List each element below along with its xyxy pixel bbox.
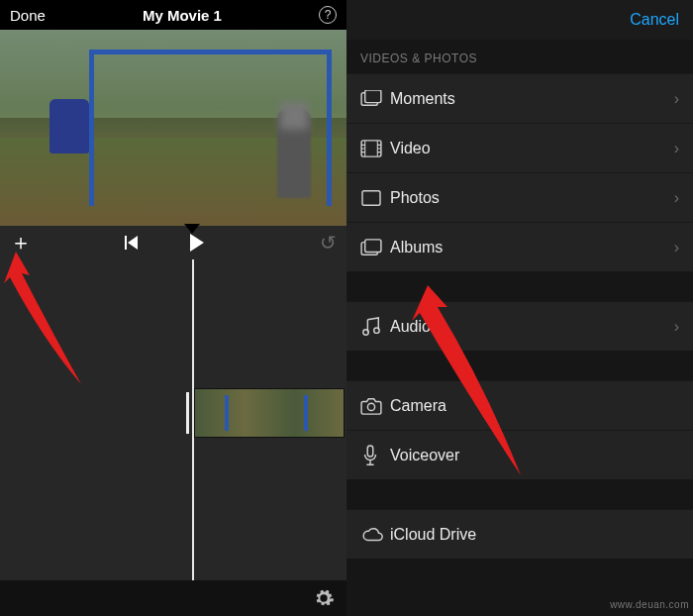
albums-icon — [360, 239, 390, 257]
picker-header: Cancel — [346, 0, 693, 40]
row-voiceover[interactable]: Voiceover — [346, 430, 693, 479]
play-button[interactable] — [188, 234, 204, 252]
gear-icon[interactable] — [313, 587, 335, 609]
svg-point-7 — [374, 327, 379, 332]
editor-footer — [0, 580, 346, 616]
audio-icon — [360, 317, 390, 337]
project-title: My Movie 1 — [143, 7, 222, 24]
chevron-right-icon: › — [674, 90, 679, 108]
media-picker-panel: Cancel VIDEOS & PHOTOS Moments › Video ›… — [346, 0, 693, 616]
chevron-right-icon: › — [674, 140, 679, 157]
done-button[interactable]: Done — [10, 7, 46, 24]
add-media-button[interactable]: ＋ — [10, 228, 34, 257]
editor-header: Done My Movie 1 ? — [0, 0, 346, 30]
row-camera[interactable]: Camera — [346, 380, 693, 430]
chevron-right-icon: › — [674, 318, 679, 336]
svg-rect-3 — [362, 190, 380, 204]
row-gap — [346, 479, 693, 509]
row-audio[interactable]: Audio › — [346, 301, 693, 351]
row-label: Camera — [390, 397, 679, 415]
svg-rect-1 — [365, 90, 381, 103]
svg-point-8 — [367, 403, 374, 410]
svg-rect-9 — [367, 445, 373, 456]
chevron-right-icon: › — [674, 189, 679, 207]
microphone-icon — [360, 445, 390, 466]
camera-icon — [360, 397, 390, 415]
timeline[interactable] — [0, 259, 346, 580]
watermark: www.deuan.com — [610, 599, 689, 610]
playhead-marker-icon — [184, 224, 200, 234]
transport-bar: ＋ ↺ — [0, 226, 346, 259]
photos-icon — [360, 189, 390, 207]
video-preview[interactable] — [0, 30, 346, 226]
row-photos[interactable]: Photos › — [346, 172, 693, 222]
section-header-videos-photos: VIDEOS & PHOTOS — [346, 40, 693, 73]
video-clip[interactable] — [194, 388, 345, 438]
row-label: Moments — [390, 90, 674, 108]
row-moments[interactable]: Moments › — [346, 73, 693, 123]
row-video[interactable]: Video › — [346, 123, 693, 172]
row-label: Photos — [390, 189, 674, 207]
row-label: iCloud Drive — [390, 526, 679, 544]
chevron-right-icon: › — [674, 239, 679, 257]
clip-start-handle[interactable] — [186, 392, 189, 434]
cloud-icon — [360, 526, 390, 544]
svg-rect-5 — [365, 239, 381, 252]
row-label: Audio — [390, 318, 674, 336]
help-icon[interactable]: ? — [319, 6, 337, 24]
moments-icon — [360, 90, 390, 108]
row-label: Video — [390, 140, 674, 157]
row-gap — [346, 351, 693, 380]
video-icon — [360, 140, 390, 157]
editor-panel: Done My Movie 1 ? ＋ ↺ — [0, 0, 346, 616]
row-gap — [346, 271, 693, 301]
row-label: Voiceover — [390, 447, 679, 464]
row-albums[interactable]: Albums › — [346, 222, 693, 271]
row-icloud-drive[interactable]: iCloud Drive — [346, 509, 693, 559]
skip-start-button[interactable] — [123, 236, 139, 250]
undo-button[interactable]: ↺ — [320, 231, 337, 255]
cancel-button[interactable]: Cancel — [630, 11, 679, 29]
row-label: Albums — [390, 239, 674, 257]
